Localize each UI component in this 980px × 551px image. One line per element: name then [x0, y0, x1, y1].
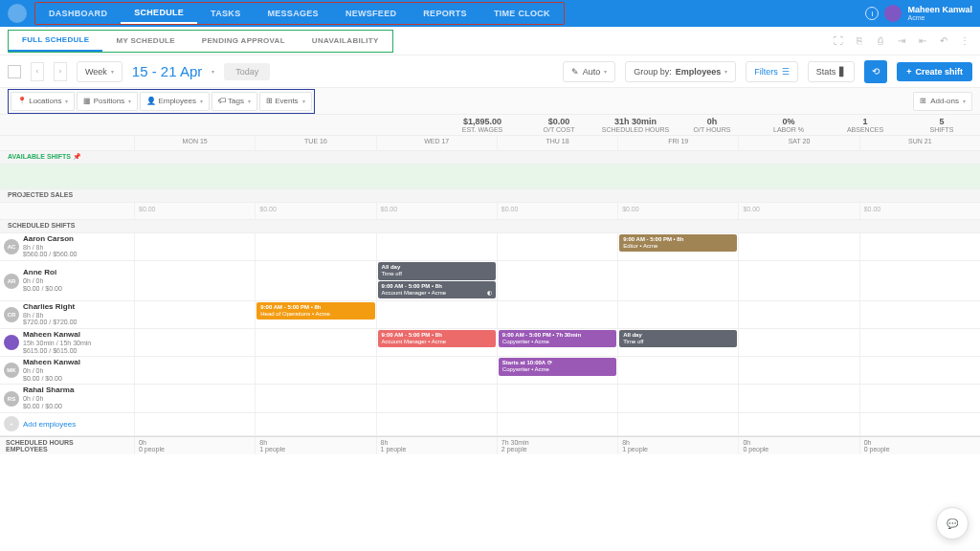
filters-button[interactable]: Filters ☰	[746, 61, 798, 82]
sub-tab[interactable]: MY SCHEDULE	[102, 31, 188, 52]
schedule-cell[interactable]	[738, 233, 858, 260]
date-range[interactable]: 15 - 21 Apr	[132, 63, 202, 79]
schedule-cell[interactable]	[738, 357, 858, 384]
stats-button[interactable]: Stats ▋	[808, 61, 856, 82]
brand-logo[interactable]	[8, 4, 27, 23]
schedule-cell[interactable]: All dayTime off9:00 AM - 5:00 PM • 8hAcc…	[376, 261, 497, 300]
add-employees-button[interactable]: + Add employees	[0, 413, 134, 435]
schedule-cell[interactable]	[497, 261, 617, 300]
available-shifts-row[interactable]	[0, 165, 980, 189]
projected-cell[interactable]: $0.00	[738, 203, 858, 219]
projected-cell[interactable]: $0.00	[255, 203, 375, 219]
nav-tab-tasks[interactable]: TASKS	[197, 3, 254, 24]
prev-button[interactable]: ‹	[31, 62, 44, 81]
info-icon[interactable]: i	[865, 7, 879, 20]
schedule-cell[interactable]	[617, 261, 738, 300]
schedule-cell[interactable]	[255, 233, 375, 260]
create-shift-button[interactable]: + Create shift	[897, 62, 972, 81]
schedule-cell[interactable]	[738, 301, 858, 328]
schedule-cell[interactable]	[859, 357, 980, 384]
schedule-cell[interactable]	[859, 261, 980, 300]
schedule-cell[interactable]	[376, 357, 497, 384]
schedule-cell[interactable]: 9:00 AM - 5:00 PM • 8hEditor • Acme	[617, 233, 738, 260]
schedule-cell[interactable]	[134, 233, 255, 260]
auto-button[interactable]: ✎ Auto▾	[563, 61, 616, 82]
employee-info[interactable]: CRCharlies Right8h / 8h$720.00 / $720.00	[0, 301, 134, 328]
employee-info[interactable]: Maheen Kanwal15h 30min / 15h 30min$615.0…	[0, 329, 134, 356]
schedule-cell[interactable]: All dayTime off	[617, 329, 738, 356]
nav-tab-newsfeed[interactable]: NEWSFEED	[332, 3, 410, 24]
schedule-cell[interactable]	[376, 301, 497, 328]
view-select[interactable]: Week▾	[77, 61, 122, 82]
schedule-cell[interactable]: Starts at 10:00A ⟳Copywriter • Acme	[497, 357, 617, 384]
schedule-cell[interactable]	[497, 233, 617, 260]
nav-tab-dashboard[interactable]: DASHBOARD	[35, 3, 121, 24]
sub-tab[interactable]: PENDING APPROVAL	[189, 31, 299, 52]
schedule-cell[interactable]: 9:00 AM - 5:00 PM • 7h 30minCopywriter •…	[497, 329, 617, 356]
schedule-cell[interactable]	[738, 329, 858, 356]
schedule-cell[interactable]	[859, 233, 980, 260]
schedule-cell[interactable]: 9:00 AM - 5:00 PM • 8hAccount Manager • …	[376, 329, 497, 356]
next-button[interactable]: ›	[54, 62, 67, 81]
nav-tab-reports[interactable]: REPORTS	[410, 3, 480, 24]
schedule-cell[interactable]	[859, 329, 980, 356]
filter-events[interactable]: ⊞ Events ▾	[259, 92, 312, 111]
schedule-cell[interactable]	[255, 385, 375, 411]
shift-block[interactable]: All dayTime off	[619, 330, 737, 347]
schedule-cell[interactable]	[134, 301, 255, 328]
employee-info[interactable]: ACAaron Carson8h / 8h$560.00 / $560.00	[0, 233, 134, 260]
shift-block[interactable]: 9:00 AM - 5:00 PM • 8hAccount Manager • …	[378, 330, 496, 347]
schedule-cell[interactable]	[255, 261, 375, 300]
undo-icon[interactable]: ↶	[936, 33, 951, 49]
nav-tab-messages[interactable]: MESSAGES	[254, 3, 331, 24]
schedule-cell[interactable]	[134, 261, 255, 300]
schedule-cell[interactable]	[497, 301, 617, 328]
schedule-cell[interactable]	[738, 385, 858, 411]
schedule-cell[interactable]	[617, 385, 738, 411]
filter-employees[interactable]: 👤 Employees ▾	[140, 92, 210, 111]
shift-block[interactable]: 9:00 AM - 5:00 PM • 7h 30minCopywriter •…	[499, 330, 616, 347]
addons-select[interactable]: ⊞ Add-ons▾	[913, 92, 972, 111]
schedule-cell[interactable]	[497, 385, 617, 411]
schedule-cell[interactable]	[255, 329, 375, 356]
import-icon[interactable]: ⇤	[915, 33, 930, 49]
expand-icon[interactable]: ⛶	[831, 33, 846, 49]
print-icon[interactable]: ⎙	[873, 33, 888, 49]
employee-info[interactable]: MKMaheen Kanwal0h / 0h$0.00 / $0.00	[0, 357, 134, 384]
avatar[interactable]	[884, 5, 902, 22]
filter-locations[interactable]: 📍 Locations ▾	[11, 92, 75, 111]
select-all-checkbox[interactable]	[8, 65, 21, 78]
schedule-cell[interactable]	[134, 329, 255, 356]
today-button[interactable]: Today	[224, 63, 270, 80]
schedule-cell[interactable]	[376, 385, 497, 411]
projected-cell[interactable]: $0.00	[376, 203, 497, 219]
copy-icon[interactable]: ⎘	[852, 33, 867, 49]
schedule-cell[interactable]	[859, 301, 980, 328]
filter-positions[interactable]: ▦ Positions ▾	[77, 92, 138, 111]
schedule-cell[interactable]	[255, 357, 375, 384]
nav-tab-time clock[interactable]: TIME CLOCK	[480, 3, 564, 24]
schedule-cell[interactable]	[859, 385, 980, 411]
schedule-cell[interactable]	[617, 301, 738, 328]
filter-tags[interactable]: 🏷 Tags ▾	[212, 92, 257, 111]
schedule-cell[interactable]	[134, 357, 255, 384]
employee-info[interactable]: ARAnne Roi0h / 0h$0.00 / $0.00	[0, 261, 134, 300]
projected-cell[interactable]: $0.00	[134, 203, 255, 219]
schedule-cell[interactable]: 9:00 AM - 5:00 PM • 8hHead of Operations…	[255, 301, 375, 328]
shift-block[interactable]: 9:00 AM - 5:00 PM • 8hHead of Operations…	[256, 302, 374, 320]
projected-cell[interactable]: $0.00	[617, 203, 738, 219]
export-icon[interactable]: ⇥	[894, 33, 909, 49]
employee-info[interactable]: RSRahal Sharma0h / 0h$0.00 / $0.00	[0, 385, 134, 411]
projected-cell[interactable]: $0.00	[859, 203, 980, 219]
schedule-cell[interactable]	[134, 385, 255, 411]
shift-block[interactable]: Starts at 10:00A ⟳Copywriter • Acme	[499, 358, 616, 375]
shift-block[interactable]: All dayTime off	[378, 262, 496, 279]
schedule-cell[interactable]	[376, 233, 497, 260]
group-by-select[interactable]: Group by: Employees▾	[625, 61, 736, 82]
sub-tab[interactable]: FULL SCHEDULE	[9, 31, 102, 52]
nav-tab-schedule[interactable]: SCHEDULE	[121, 3, 197, 24]
chat-fab[interactable]: 💬	[936, 507, 969, 540]
more-icon[interactable]: ⋮	[957, 33, 972, 49]
refresh-button[interactable]: ⟲	[864, 60, 887, 83]
sub-tab[interactable]: UNAVAILABILITY	[299, 31, 392, 52]
